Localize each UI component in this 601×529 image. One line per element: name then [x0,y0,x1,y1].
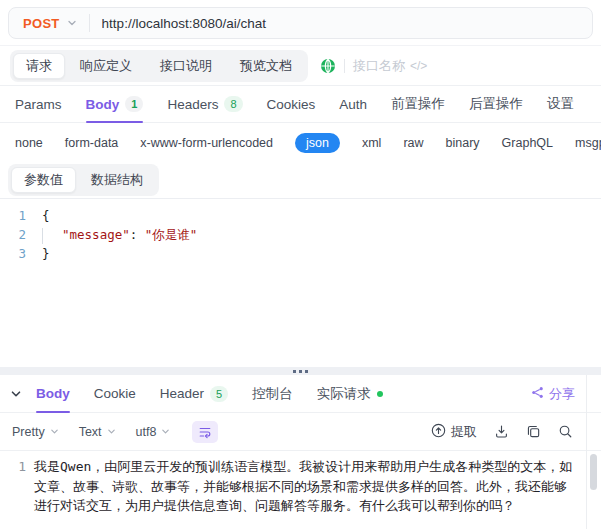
tab-params-label: Params [15,97,62,112]
body-type-xml[interactable]: xml [362,136,381,150]
body-type-graphql[interactable]: GraphQL [502,136,553,150]
copy-icon[interactable] [526,424,541,439]
tab-settings[interactable]: 设置 [547,86,574,122]
body-count-badge: 1 [125,96,143,112]
response-tabs: Body Cookie Header 5 控制台 实际请求 [36,375,383,412]
chevron-down-icon [50,427,59,436]
chevron-down-icon [67,18,77,28]
param-view-segment: 参数值 数据结构 [8,164,159,196]
share-label: 分享 [549,385,575,403]
response-tabs-row: Body Cookie Header 5 控制台 实际请求 [0,375,601,413]
encoding-select-label: utf8 [136,425,157,439]
body-type-json[interactable]: json [295,133,340,153]
tab-headers-label: Headers [167,97,218,112]
status-dot [377,391,383,397]
tab-response-body[interactable]: Body [36,375,70,412]
json-separator: : [130,227,145,242]
response-line-number: 1 [0,457,34,529]
format-select-label: Pretty [12,425,45,439]
tab-response-cookie[interactable]: Cookie [94,375,136,412]
tab-console[interactable]: 控制台 [252,375,293,412]
editor-line: 3 } [0,244,601,263]
tab-actual-request[interactable]: 实际请求 [317,375,383,412]
scrollbar-thumb[interactable] [590,454,597,490]
doc-tabs-row: 请求 响应定义 接口说明 预览文档 接口名称 </> [0,46,601,86]
tab-actual-request-label: 实际请求 [317,385,371,403]
url-bar-row: POST [0,0,601,46]
tab-auth-label: Auth [339,97,367,112]
headers-count-badge: 8 [224,96,242,112]
editor-line-content: "message": "你是谁" [30,225,197,244]
tab-response-definition[interactable]: 响应定义 [67,53,145,79]
editor-line: 1 { [0,206,601,225]
tab-request[interactable]: 请求 [13,53,65,79]
share-icon [531,386,544,402]
tab-response-header[interactable]: Header 5 [160,375,228,412]
tab-body[interactable]: Body 1 [86,86,144,122]
param-view-row: 参数值 数据结构 [0,162,601,199]
response-toolbar: Pretty Text utf8 [0,413,601,451]
json-key: "message" [62,227,130,242]
body-type-msgpack[interactable]: msgpack [575,136,601,150]
tab-data-schema[interactable]: 数据结构 [78,167,156,193]
tab-pre-operations-label: 前置操作 [391,95,445,113]
divider [344,59,345,73]
body-type-none[interactable]: none [15,136,43,150]
tab-auth[interactable]: Auth [339,86,367,122]
tab-param-value[interactable]: 参数值 [11,167,76,193]
tab-response-cookie-label: Cookie [94,386,136,401]
search-icon[interactable] [558,424,573,439]
extract-label: 提取 [451,423,477,441]
body-type-binary[interactable]: binary [446,136,480,150]
extract-button[interactable]: 提取 [431,423,477,441]
line-number: 2 [0,225,30,244]
chevron-down-icon [107,427,116,436]
tab-settings-label: 设置 [547,95,574,113]
tab-headers[interactable]: Headers 8 [167,86,242,122]
method-select[interactable]: POST [9,8,89,38]
panel-resize-handle[interactable] [0,367,601,375]
collapse-panel-icon[interactable] [10,388,22,400]
body-type-row: none form-data x-www-form-urlencoded jso… [0,123,601,162]
encoding-select[interactable]: utf8 [136,425,171,439]
tab-pre-operations[interactable]: 前置操作 [391,86,445,122]
extract-icon [431,423,446,441]
tab-params[interactable]: Params [15,86,62,122]
tab-console-label: 控制台 [252,385,293,403]
response-body-viewer: 1 我是Qwen，由阿里云开发的预训练语言模型。我被设计用来帮助用户生成各种类型… [0,451,601,529]
endpoint-name-placeholder[interactable]: 接口名称 [353,57,405,75]
editor-line-content: { [30,206,50,225]
line-number: 3 [0,244,30,263]
json-value: "你是谁" [145,227,198,242]
view-mode-select[interactable]: Text [79,425,116,439]
header-count-badge: 5 [210,386,228,402]
method-label: POST [23,16,60,31]
word-wrap-icon[interactable] [192,421,218,443]
download-icon[interactable] [494,424,509,439]
tab-cookies-label: Cookies [267,97,316,112]
share-button[interactable]: 分享 [531,385,575,403]
globe-icon[interactable] [320,58,336,74]
format-select[interactable]: Pretty [12,425,59,439]
code-glyph: </> [410,59,427,73]
body-type-form-data[interactable]: form-data [65,136,119,150]
tab-post-operations[interactable]: 后置操作 [469,86,523,122]
line-number: 1 [0,206,30,225]
json-body-editor[interactable]: 1 { 2 "message": "你是谁" 3 } [0,199,601,367]
body-type-urlencoded[interactable]: x-www-form-urlencoded [140,136,273,150]
toolbar-actions: 提取 [431,423,573,441]
tab-post-operations-label: 后置操作 [469,95,523,113]
response-text: 我是Qwen，由阿里云开发的预训练语言模型。我被设计用来帮助用户生成各种类型的文… [34,457,601,529]
chevron-down-icon [161,427,170,436]
url-bar: POST [8,7,593,39]
doc-tabs-segment: 请求 响应定义 接口说明 预览文档 [10,50,308,82]
tab-preview-doc[interactable]: 预览文档 [227,53,305,79]
request-tabs-row: Params Body 1 Headers 8 Cookies Auth 前置操… [0,86,601,123]
tab-response-header-label: Header [160,386,204,401]
tab-cookies[interactable]: Cookies [267,86,316,122]
tab-response-body-label: Body [36,386,70,401]
body-type-raw[interactable]: raw [403,136,423,150]
editor-line: 2 "message": "你是谁" [0,225,601,244]
url-input[interactable] [90,16,592,31]
tab-api-description[interactable]: 接口说明 [147,53,225,79]
